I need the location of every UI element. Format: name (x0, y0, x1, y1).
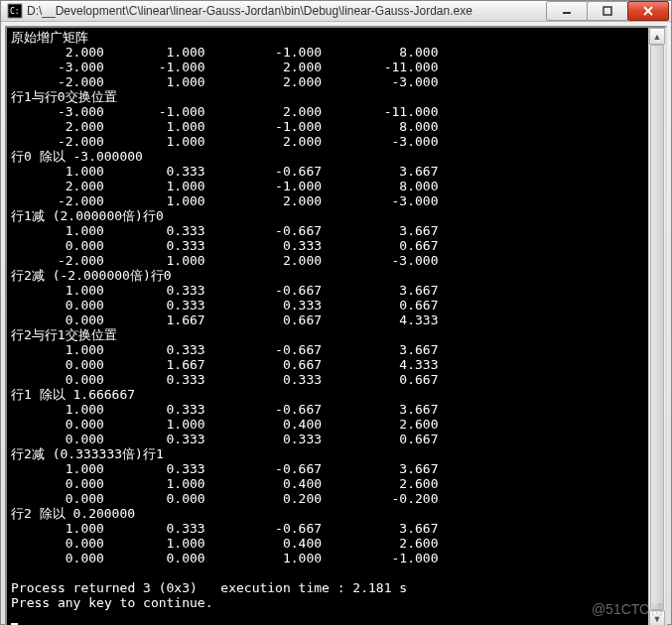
window-controls (547, 1, 669, 21)
scroll-down-button[interactable]: ▼ (649, 610, 665, 625)
window-title: D:\__Development\C\linear\linear-Gauss-J… (27, 4, 547, 18)
vertical-scrollbar[interactable]: ▲ ▼ (648, 28, 665, 625)
app-icon: C: (7, 3, 23, 19)
scrollbar-track[interactable] (649, 45, 665, 610)
maximize-icon (603, 6, 612, 16)
main-window: C: D:\__Development\C\linear\linear-Gaus… (0, 0, 672, 625)
scroll-up-button[interactable]: ▲ (649, 28, 665, 45)
minimize-button[interactable] (546, 1, 588, 21)
close-button[interactable] (627, 1, 669, 21)
svg-text:C:: C: (10, 7, 20, 16)
console-container: 原始增广矩阵 2.000 1.000 -1.000 8.000 -3.000 -… (5, 26, 667, 625)
maximize-button[interactable] (587, 1, 628, 21)
svg-rect-3 (604, 7, 611, 15)
chevron-up-icon: ▲ (653, 32, 662, 42)
title-bar[interactable]: C: D:\__Development\C\linear\linear-Gaus… (1, 1, 671, 22)
scrollbar-thumb[interactable] (650, 45, 664, 610)
chevron-down-icon: ▼ (653, 614, 662, 624)
minimize-icon (562, 6, 572, 16)
close-icon (643, 6, 653, 16)
console-output: 原始增广矩阵 2.000 1.000 -1.000 8.000 -3.000 -… (7, 28, 648, 625)
